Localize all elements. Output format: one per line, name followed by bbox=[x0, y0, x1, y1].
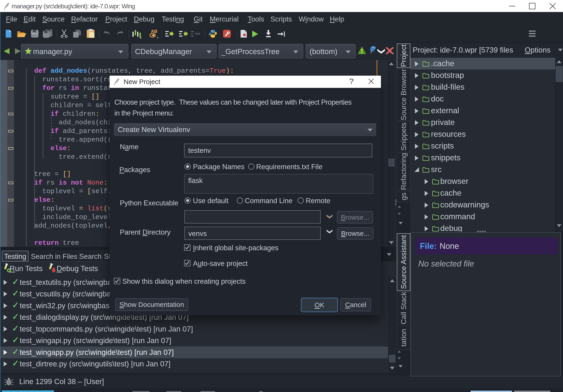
svg-text:AB: AB bbox=[151, 29, 157, 34]
